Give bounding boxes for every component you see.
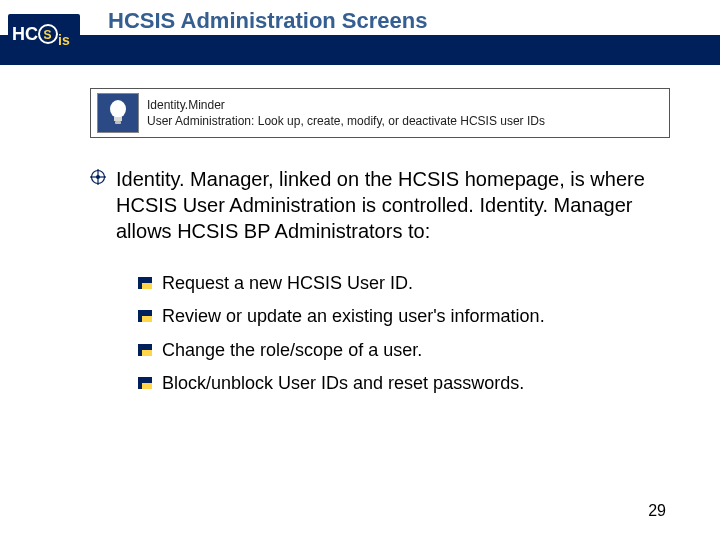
svg-rect-12 — [142, 277, 152, 283]
list-item-text: Change the role/scope of a user. — [162, 339, 422, 362]
svg-rect-15 — [142, 310, 152, 316]
flag-bullet-icon — [138, 377, 152, 389]
svg-rect-16 — [142, 316, 152, 322]
sub-list: Request a new HCSIS User ID. Review or u… — [138, 272, 670, 396]
list-item: Change the role/scope of a user. — [138, 339, 670, 362]
list-item-text: Review or update an existing user's info… — [162, 305, 545, 328]
list-item: Review or update an existing user's info… — [138, 305, 670, 328]
content-area: Identity.Minder User Administration: Loo… — [90, 88, 670, 406]
list-item: Block/unblock User IDs and reset passwor… — [138, 372, 670, 395]
info-line1: Identity.Minder — [147, 97, 545, 113]
svg-rect-18 — [142, 344, 152, 350]
target-bullet-icon — [90, 169, 106, 185]
list-item-text: Request a new HCSIS User ID. — [162, 272, 413, 295]
flag-bullet-icon — [138, 310, 152, 322]
svg-rect-22 — [142, 383, 152, 389]
identity-minder-box: Identity.Minder User Administration: Loo… — [90, 88, 670, 138]
header-band — [0, 35, 720, 65]
list-item: Request a new HCSIS User ID. — [138, 272, 670, 295]
svg-rect-19 — [142, 350, 152, 356]
svg-text:S: S — [44, 28, 52, 42]
svg-rect-11 — [138, 277, 142, 289]
main-paragraph: Identity. Manager, linked on the HCSIS h… — [116, 166, 670, 244]
svg-rect-14 — [138, 310, 142, 322]
page-title: HCSIS Administration Screens — [108, 8, 427, 34]
page-number: 29 — [648, 502, 666, 520]
flag-bullet-icon — [138, 344, 152, 356]
svg-text:is: is — [58, 32, 70, 48]
main-paragraph-block: Identity. Manager, linked on the HCSIS h… — [90, 166, 670, 244]
svg-rect-13 — [142, 283, 152, 289]
svg-rect-5 — [114, 117, 122, 121]
svg-rect-20 — [138, 377, 142, 389]
flag-bullet-icon — [138, 277, 152, 289]
lightbulb-icon — [97, 93, 139, 133]
svg-rect-17 — [138, 344, 142, 356]
list-item-text: Block/unblock User IDs and reset passwor… — [162, 372, 524, 395]
svg-rect-21 — [142, 377, 152, 383]
svg-text:HC: HC — [12, 24, 38, 44]
hcsis-logo: HC S is — [8, 14, 80, 62]
identity-minder-text: Identity.Minder User Administration: Loo… — [147, 97, 545, 129]
info-line2: User Administration: Look up, create, mo… — [147, 113, 545, 129]
svg-rect-6 — [115, 121, 121, 124]
svg-point-4 — [110, 100, 126, 118]
